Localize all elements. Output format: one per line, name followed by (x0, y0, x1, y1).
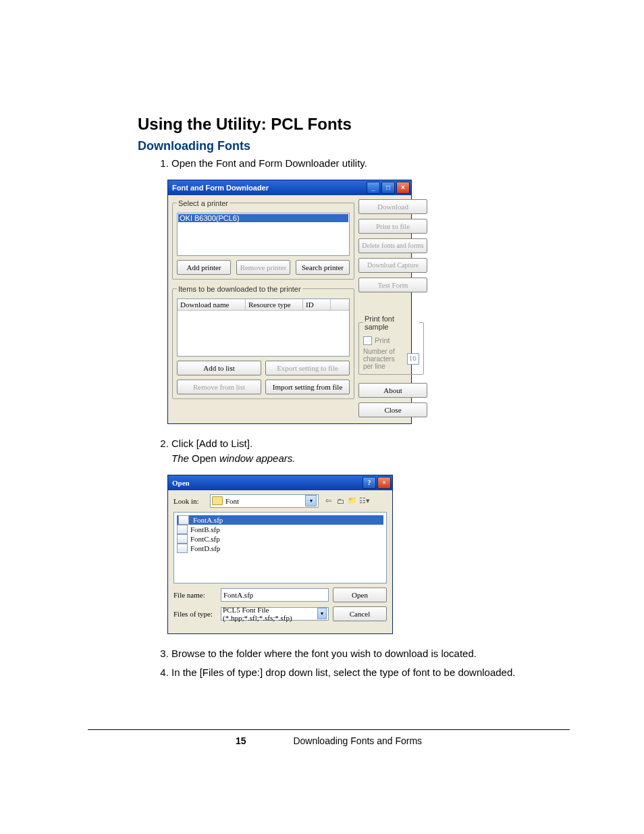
file-name-label: File name: (173, 591, 217, 599)
printer-listbox[interactable]: OKI B6300(PCL6) (177, 213, 350, 256)
new-folder-icon[interactable]: 📁 (347, 496, 358, 506)
file-icon (177, 534, 188, 544)
remove-from-list-button: Remove from list (177, 380, 261, 394)
page-footer: 15 Downloading Fonts and Forms (88, 729, 570, 746)
print-font-sample-group: Print font sample Print Number of charac… (358, 315, 424, 375)
export-setting-button: Export setting to file (265, 361, 350, 375)
col-id[interactable]: ID (303, 299, 331, 310)
chevron-down-icon[interactable]: ▾ (317, 608, 327, 619)
close-icon: × (382, 479, 386, 486)
test-form-button: Test Form (358, 278, 427, 292)
open-dialog-titlebar[interactable]: Open ? × (168, 475, 392, 490)
import-setting-button[interactable]: Import setting from file (265, 380, 350, 394)
search-printer-button[interactable]: Search printer (296, 260, 350, 275)
add-printer-button[interactable]: Add printer (177, 260, 231, 275)
views-icon[interactable]: ☷▾ (359, 496, 370, 506)
download-button: Download (358, 199, 427, 214)
look-in-label: Look in: (173, 497, 206, 505)
page-heading: Using the Utility: PCL Fonts (138, 115, 570, 134)
delete-fonts-forms-button: Delete fonts and forms (358, 238, 427, 253)
help-icon: ? (368, 479, 371, 486)
step-2: Click [Add to List]. The Open window app… (171, 436, 570, 467)
maximize-button[interactable]: □ (381, 182, 395, 194)
download-capture-button: Download Capture (358, 258, 427, 273)
steps-list: Open the Font and Form Downloader utilit… (149, 156, 570, 172)
files-of-type-value: PCL5 Font File (*.hpp;*.sfl;*.sfs;*.sfp) (223, 606, 315, 622)
font-form-downloader-window: Font and Form Downloader _ □ × Select a … (167, 180, 412, 424)
section-heading: Downloading Fonts (138, 139, 570, 153)
select-printer-legend: Select a printer (177, 199, 230, 207)
items-group: Items to be downloaded to the printer Do… (172, 285, 354, 399)
look-in-combo[interactable]: Font ▾ (210, 494, 319, 508)
close-dialog-button[interactable]: Close (358, 402, 427, 417)
col-download-name[interactable]: Download name (178, 299, 246, 310)
chevron-down-icon[interactable]: ▾ (305, 495, 317, 506)
select-printer-group: Select a printer OKI B6300(PCL6) Add pri… (172, 199, 354, 280)
files-of-type-label: Files of type: (173, 610, 217, 618)
printer-item[interactable]: OKI B6300(PCL6) (178, 214, 348, 222)
maximize-icon: □ (386, 184, 390, 191)
files-of-type-combo[interactable]: PCL5 Font File (*.hpp;*.sfl;*.sfs;*.sfp)… (221, 607, 329, 621)
col-resource-type[interactable]: Resource type (246, 299, 303, 310)
close-icon: × (401, 184, 405, 191)
add-to-list-button[interactable]: Add to list (177, 361, 261, 375)
num-chars-label: Number of characters per line (363, 348, 404, 370)
print-checkbox[interactable] (363, 336, 372, 345)
file-icon (177, 525, 188, 534)
file-item[interactable]: FontC.sfp (177, 534, 383, 544)
step-3: Browse to the folder where the font you … (171, 646, 570, 662)
file-item[interactable]: FontD.sfp (177, 544, 383, 553)
file-item[interactable]: FontB.sfp (177, 525, 383, 534)
step-4: In the [Files of type:] drop down list, … (171, 665, 570, 681)
file-icon (178, 515, 189, 525)
steps-list-3: Browse to the folder where the font you … (149, 646, 570, 681)
step-1: Open the Font and Form Downloader utilit… (171, 156, 570, 172)
close-button[interactable]: × (396, 182, 410, 194)
items-legend: Items to be downloaded to the printer (177, 285, 302, 293)
print-checkbox-label: Print (375, 336, 390, 344)
file-name-input[interactable]: FontA.sfp (221, 588, 329, 602)
up-one-level-icon[interactable]: 🗀 (335, 496, 346, 506)
open-dialog-title: Open (172, 479, 190, 487)
folder-icon (212, 496, 223, 505)
look-in-value: Font (225, 497, 239, 505)
file-item[interactable]: FontA.sfp (177, 515, 383, 525)
num-chars-input[interactable]: 16 (407, 353, 419, 365)
print-to-file-button: Print to file (358, 219, 427, 234)
open-dialog-window: Open ? × Look in: Font ▾ ⇦ 🗀 📁 ☷▾ (167, 475, 393, 634)
steps-list-2: Click [Add to List]. The Open window app… (149, 436, 570, 467)
about-button[interactable]: About (358, 383, 427, 398)
window-title: Font and Form Downloader (172, 184, 269, 192)
print-font-sample-legend: Print font sample (363, 315, 419, 331)
minimize-button[interactable]: _ (367, 182, 380, 194)
help-button[interactable]: ? (363, 477, 376, 489)
file-list[interactable]: FontA.sfp FontB.sfp FontC.sfp FontD.sfp (173, 512, 387, 583)
minimize-icon: _ (371, 184, 375, 191)
back-icon[interactable]: ⇦ (323, 496, 333, 506)
file-icon (177, 544, 188, 553)
cancel-button[interactable]: Cancel (333, 606, 387, 621)
items-listview[interactable]: Download name Resource type ID (177, 298, 350, 357)
remove-printer-button: Remove printer (236, 260, 290, 275)
close-button[interactable]: × (377, 477, 391, 489)
open-button[interactable]: Open (333, 588, 387, 602)
footer-section-title: Downloading Fonts and Forms (293, 735, 422, 746)
window-titlebar[interactable]: Font and Form Downloader _ □ × (168, 180, 411, 195)
page-number: 15 (236, 735, 246, 746)
